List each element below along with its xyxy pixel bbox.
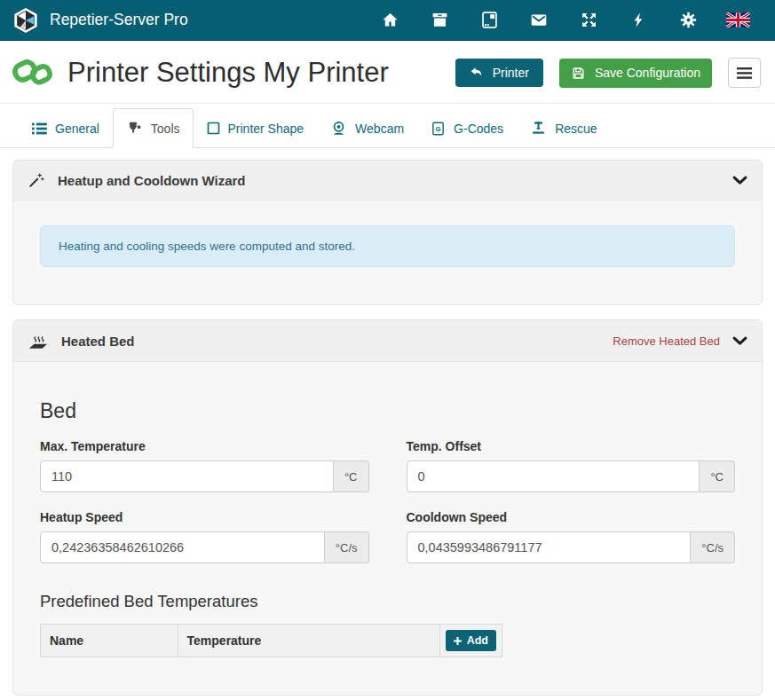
magic-wand-icon <box>28 171 45 189</box>
chevron-down-icon <box>732 176 747 185</box>
hamburger-icon <box>737 67 752 79</box>
heatup-speed-label: Heatup Speed <box>40 510 369 524</box>
remove-heated-bed-link[interactable]: Remove Heated Bed <box>613 334 720 348</box>
cooldown-speed-unit: °C/s <box>691 531 735 563</box>
temp-offset-label: Temp. Offset <box>407 439 736 453</box>
list-icon <box>32 122 47 135</box>
add-temperature-button[interactable]: Add <box>446 630 496 651</box>
heatup-speed-unit: °C/s <box>325 531 369 563</box>
wizard-panel-title: Heatup and Cooldown Wizard <box>58 173 246 188</box>
settings-button[interactable] <box>663 11 713 29</box>
home-icon <box>381 11 399 29</box>
webcam-icon <box>330 120 347 137</box>
save-icon <box>571 66 586 81</box>
home-button[interactable] <box>365 11 415 29</box>
mail-icon <box>529 11 549 29</box>
gcode-file-icon: G <box>431 121 446 137</box>
column-header-temperature: Temperature <box>178 625 439 657</box>
cooldown-speed-label: Cooldown Speed <box>407 510 736 524</box>
heated-bed-panel-body: Bed Max. Temperature °C Temp. Offset °C <box>13 399 762 695</box>
wizard-panel: Heatup and Cooldown Wizard Heating and c… <box>12 160 763 305</box>
temp-offset-input[interactable] <box>407 460 700 492</box>
predefined-temperatures-title: Predefined Bed Temperatures <box>40 592 735 611</box>
temp-offset-unit: °C <box>700 460 735 492</box>
cooldown-speed-group: Cooldown Speed °C/s <box>407 510 736 563</box>
tab-tools-label: Tools <box>151 122 180 136</box>
heatup-speed-group: Heatup Speed °C/s <box>40 510 369 563</box>
navbar: Repetier-Server Pro <box>0 0 775 41</box>
menu-button[interactable] <box>728 58 761 88</box>
bed-form: Max. Temperature °C Temp. Offset °C Heat… <box>40 439 735 563</box>
save-button-label: Save Configuration <box>595 66 700 80</box>
brand-title: Repetier-Server Pro <box>50 11 188 29</box>
max-temperature-input[interactable] <box>40 460 334 492</box>
max-temperature-unit: °C <box>334 460 369 492</box>
page-title: Printer Settings My Printer <box>67 57 389 89</box>
navbar-icons <box>365 11 763 29</box>
tab-rescue[interactable]: Rescue <box>517 108 610 148</box>
wizard-panel-body: Heating and cooling speeds were computed… <box>13 201 762 304</box>
wizard-panel-heading[interactable]: Heatup and Cooldown Wizard <box>13 161 762 201</box>
uk-flag-icon <box>726 12 750 28</box>
messages-button[interactable] <box>514 11 564 29</box>
archive-button[interactable] <box>415 11 464 29</box>
tab-general[interactable]: General <box>19 108 113 148</box>
tab-gcodes[interactable]: G G-Codes <box>417 108 517 148</box>
link-chain-icon <box>12 52 53 93</box>
expand-arrows-icon <box>580 11 598 29</box>
power-button[interactable] <box>613 11 663 29</box>
rescue-icon <box>530 120 547 137</box>
tab-tools[interactable]: Tools <box>113 108 194 148</box>
printer-button[interactable]: Printer <box>455 59 543 87</box>
header-buttons: Printer Save Configuration <box>455 58 761 88</box>
tab-printer-shape[interactable]: Printer Shape <box>194 108 318 148</box>
cooldown-speed-input[interactable] <box>407 531 692 563</box>
svg-text:G: G <box>436 124 441 132</box>
heated-bed-panel-heading[interactable]: Heated Bed Remove Heated Bed <box>13 320 762 362</box>
printer-button-label: Printer <box>493 66 529 80</box>
temp-offset-group: Temp. Offset °C <box>407 439 736 492</box>
plus-icon <box>454 637 462 645</box>
settings-tabs: General Tools Printer Shape Webcam G G-C… <box>0 108 775 148</box>
save-configuration-button[interactable]: Save Configuration <box>559 59 712 88</box>
bed-section-title: Bed <box>40 399 735 423</box>
heatup-speed-input[interactable] <box>40 531 325 563</box>
square-outline-icon <box>207 122 220 135</box>
brand[interactable]: Repetier-Server Pro <box>12 7 188 34</box>
reply-arrow-icon <box>470 66 484 80</box>
column-header-name: Name <box>41 625 178 657</box>
tab-webcam-label: Webcam <box>355 122 404 136</box>
wizard-status-alert: Heating and cooling speeds were computed… <box>40 225 735 267</box>
predefined-temperatures-table: Name Temperature Add <box>40 624 502 657</box>
print-queue-button[interactable] <box>464 11 514 29</box>
chevron-down-icon <box>732 336 747 346</box>
gear-icon <box>679 11 698 29</box>
language-button[interactable] <box>713 12 763 28</box>
heated-bed-panel-title: Heated Bed <box>61 334 135 349</box>
print-queue-icon <box>480 11 499 29</box>
extruder-icon <box>126 120 143 137</box>
heated-bed-panel: Heated Bed Remove Heated Bed Bed Max. Te… <box>12 319 763 696</box>
bolt-icon <box>630 11 647 29</box>
tab-rescue-label: Rescue <box>555 122 597 136</box>
repetier-logo-icon <box>12 7 39 34</box>
tab-printer-shape-label: Printer Shape <box>228 122 304 136</box>
tab-webcam[interactable]: Webcam <box>317 108 417 148</box>
archive-icon <box>431 11 449 29</box>
page-header: Printer Settings My Printer Printer Save… <box>0 41 775 104</box>
max-temperature-group: Max. Temperature °C <box>40 439 369 492</box>
heated-bed-collapse-chevron[interactable] <box>732 336 747 346</box>
expand-button[interactable] <box>564 11 613 29</box>
content: Heatup and Cooldown Wizard Heating and c… <box>0 148 775 696</box>
tab-general-label: General <box>55 122 99 136</box>
wizard-collapse-chevron[interactable] <box>732 176 747 185</box>
add-button-label: Add <box>467 634 488 647</box>
max-temperature-label: Max. Temperature <box>40 439 369 453</box>
tab-gcodes-label: G-Codes <box>454 122 503 136</box>
heated-bed-icon <box>28 331 49 350</box>
